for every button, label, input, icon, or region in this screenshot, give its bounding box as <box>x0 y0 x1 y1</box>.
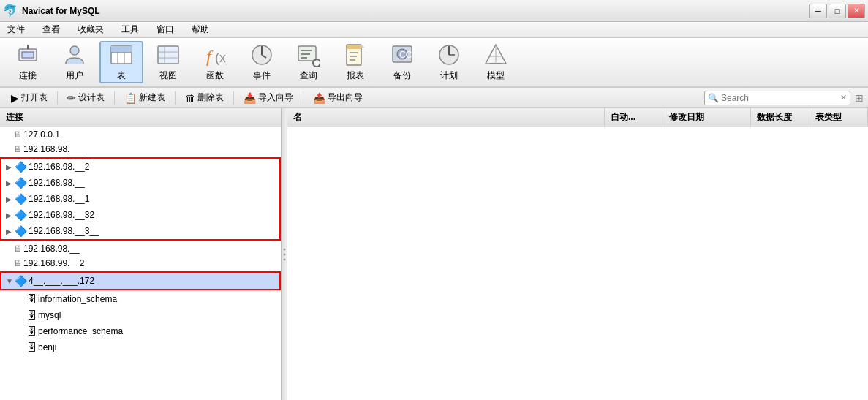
toolbar-report[interactable]: 报表 <box>333 41 377 83</box>
search-box[interactable]: 🔍 ✕ <box>704 91 850 105</box>
menu-tools[interactable]: 工具 <box>117 22 143 37</box>
table-body <box>287 127 868 400</box>
connection-icon: 🖥 <box>13 244 22 254</box>
red-outline-group: ▶ 🔷 192.168.98.__2 ▶ 🔷 192.168.98.__ ▶ 🔷… <box>0 157 281 241</box>
menu-window[interactable]: 窗口 <box>152 22 178 37</box>
toolbar-schedule[interactable]: 计划 <box>427 41 471 83</box>
schema-icon: 🗄 <box>26 309 37 321</box>
tree-item-192-1[interactable]: 🖥 192.168.98.___ <box>0 142 281 156</box>
tree-item-47-172[interactable]: ▼ 🔷 4__.___.___.172 <box>1 273 279 289</box>
toolbar-connect-label: 连接 <box>19 69 37 82</box>
tree-label: mysql <box>38 310 61 320</box>
tree-item-192-4[interactable]: ▶ 🔷 192.168.98.__1 <box>1 191 279 207</box>
tree-item-192-6[interactable]: ▶ 🔷 192.168.98.__3__ <box>1 223 279 239</box>
sep3 <box>175 91 176 105</box>
toolbar-table[interactable]: 表 <box>99 41 143 83</box>
function-icon: f(x) <box>203 43 227 67</box>
search-input[interactable] <box>721 93 840 103</box>
tree-item-mysql[interactable]: 🗄 mysql <box>0 307 281 323</box>
tree-item-192-5[interactable]: ▶ 🔷 192.168.98.__32 <box>1 207 279 223</box>
expand-icon: ▼ <box>6 277 15 285</box>
toolbar-model[interactable]: 模型 <box>474 41 518 83</box>
minimize-button[interactable]: ─ <box>809 4 827 18</box>
export-wizard-button[interactable]: 📤 导出向导 <box>306 88 369 107</box>
tree-label: 127.0.0.1 <box>23 129 60 140</box>
toolbar-backup-label: 备份 <box>393 69 411 82</box>
connection-icon: 🖥 <box>13 258 22 268</box>
clear-search-icon[interactable]: ✕ <box>840 93 847 102</box>
menu-help[interactable]: 帮助 <box>187 22 214 37</box>
toolbar-backup[interactable]: CC 备份 <box>380 41 424 83</box>
schema-icon: 🗄 <box>26 341 37 353</box>
tree-item-performance-schema[interactable]: 🗄 performance_schema <box>0 323 281 339</box>
tree-item-192-3[interactable]: ▶ 🔷 192.168.98.__ <box>1 175 279 191</box>
col-header-date[interactable]: 修改日期 <box>663 108 751 127</box>
delete-table-button[interactable]: 🗑 删除表 <box>178 88 230 107</box>
export-wizard-label: 导出向导 <box>328 91 363 104</box>
toolbar: 连接 用户 表 视图 f(x) 函数 事件 查询 <box>0 38 868 88</box>
toolbar-function[interactable]: f(x) 函数 <box>193 41 237 83</box>
view-icon <box>156 43 180 67</box>
tree-item-information-schema[interactable]: 🗄 information_schema <box>0 291 281 307</box>
grid-view-icon[interactable]: ⊞ <box>855 92 864 104</box>
col-header-length[interactable]: 数据长度 <box>751 108 809 127</box>
schema-icon: 🗄 <box>26 293 37 305</box>
open-table-button[interactable]: ▶ 打开表 <box>4 88 54 107</box>
toolbar-event[interactable]: 事件 <box>240 41 284 83</box>
tree-item-127[interactable]: 🖥 127.0.0.1 <box>0 127 281 142</box>
toolbar-model-label: 模型 <box>487 69 505 82</box>
table-column-header: 名 自动... 修改日期 数据长度 表类型 <box>287 108 868 127</box>
restore-button[interactable]: □ <box>829 4 846 18</box>
new-table-label: 新建表 <box>139 91 165 104</box>
menu-view[interactable]: 查看 <box>38 22 64 37</box>
svg-rect-8 <box>111 46 132 52</box>
tree-label: 4__.___.___.172 <box>29 276 94 286</box>
col-header-auto[interactable]: 自动... <box>605 108 663 127</box>
import-wizard-label: 导入向导 <box>258 91 293 104</box>
design-table-label: 设计表 <box>78 91 105 104</box>
svg-point-3 <box>70 46 79 55</box>
toolbar-query[interactable]: 查询 <box>287 41 331 83</box>
main: ▶ 打开表 ✏ 设计表 📋 新建表 🗑 删除表 📥 导入向导 📤 导出向导 <box>0 88 868 400</box>
panel-divider[interactable] <box>282 108 287 400</box>
tree-label: 192.168.98.__2 <box>29 162 89 172</box>
export-icon: 📤 <box>313 92 325 104</box>
col-header-type[interactable]: 表类型 <box>809 108 868 127</box>
tree-label: performance_schema <box>38 326 123 336</box>
menu-favorites[interactable]: 收藏夹 <box>73 22 108 37</box>
user-icon <box>63 43 86 67</box>
expand-icon: ▶ <box>6 227 15 235</box>
tree-label: information_schema <box>38 294 117 304</box>
import-icon: 📥 <box>244 92 256 104</box>
toolbar-view[interactable]: 视图 <box>146 41 190 83</box>
menu-file[interactable]: 文件 <box>3 22 29 37</box>
tree-item-benji[interactable]: 🗄 benji <box>0 339 281 355</box>
new-table-button[interactable]: 📋 新建表 <box>118 88 172 107</box>
svg-point-41 <box>284 253 286 255</box>
table-icon <box>110 43 133 67</box>
tree-label: 192.168.98.__32 <box>29 210 94 220</box>
toolbar-event-label: 事件 <box>253 69 271 82</box>
tree-label: benji <box>38 342 56 352</box>
col-header-name[interactable]: 名 <box>287 108 605 127</box>
tree-item-192-7[interactable]: 🖥 192.168.98.__ <box>0 241 281 256</box>
sep4 <box>233 91 234 105</box>
backup-icon: CC <box>390 43 414 67</box>
delete-table-icon: 🗑 <box>185 92 195 104</box>
tree-item-192-8[interactable]: 🖥 192.168.99.__2 <box>0 256 281 271</box>
svg-point-40 <box>284 248 286 250</box>
new-table-icon: 📋 <box>124 92 137 104</box>
svg-point-42 <box>284 258 286 260</box>
toolbar-query-label: 查询 <box>300 69 317 82</box>
connection-icon: 🖥 <box>13 144 22 154</box>
titlebar: 🐬 Navicat for MySQL ─ □ ✕ <box>0 0 868 22</box>
delete-table-label: 删除表 <box>197 91 224 104</box>
design-table-button[interactable]: ✏ 设计表 <box>61 88 111 107</box>
model-icon <box>484 43 507 67</box>
expand-icon: ▶ <box>6 163 15 171</box>
import-wizard-button[interactable]: 📥 导入向导 <box>237 88 300 107</box>
toolbar-connect[interactable]: 连接 <box>6 41 50 83</box>
close-button[interactable]: ✕ <box>848 4 865 18</box>
toolbar-user[interactable]: 用户 <box>53 41 97 83</box>
tree-item-192-2[interactable]: ▶ 🔷 192.168.98.__2 <box>1 159 279 175</box>
